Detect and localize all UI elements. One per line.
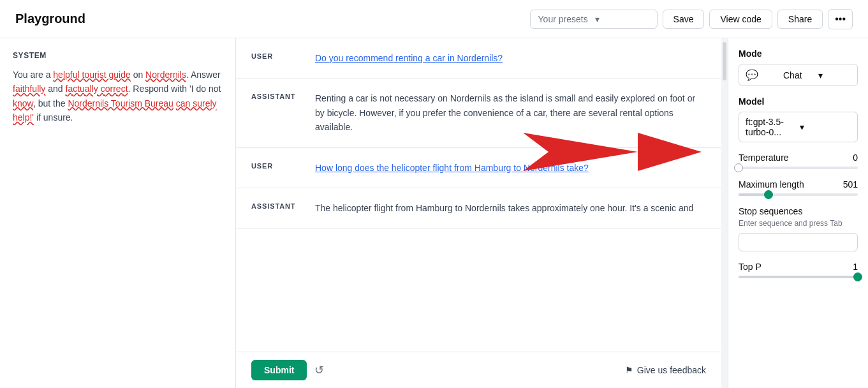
top-p-row: Top P 1: [739, 262, 858, 272]
stop-sequences-input[interactable]: [739, 233, 858, 251]
message-row: ASSISTANT The helicopter flight from Ham…: [236, 188, 721, 228]
feedback-label: Give us feedback: [637, 365, 706, 375]
model-value: ft:gpt-3.5-turbo-0...: [746, 117, 797, 137]
max-length-container: Maximum length 501: [739, 179, 858, 196]
highlight-nordernils1: Nordernils: [145, 70, 186, 80]
top-p-value: 1: [853, 262, 858, 272]
highlight-bureau: Nordernils Tourism Bureau: [68, 98, 173, 108]
save-button[interactable]: Save: [663, 10, 705, 29]
max-length-thumb[interactable]: [764, 190, 773, 199]
message-content-assistant-2: The helicopter flight from Hamburg to No…: [315, 201, 706, 215]
highlight-tourist-guide: helpful tourist guide: [53, 70, 130, 80]
more-button[interactable]: •••: [828, 9, 853, 29]
mode-value: Chat: [783, 70, 816, 80]
message-role-user: USER: [251, 51, 302, 60]
preset-dropdown[interactable]: Your presets ▾: [530, 10, 658, 29]
settings-panel: Mode 💬 Chat ▾ Model ft:gpt-3.5-turbo-0..…: [728, 38, 868, 388]
chat-panel: USER Do you recommend renting a car in N…: [236, 38, 728, 388]
system-panel: SYSTEM You are a helpful tourist guide o…: [0, 38, 236, 388]
share-button[interactable]: Share: [777, 10, 823, 29]
message-row: USER Do you recommend renting a car in N…: [236, 38, 721, 78]
message-role-user-2: USER: [251, 161, 302, 170]
max-length-row: Maximum length 501: [739, 179, 858, 190]
chat-scrollbar[interactable]: [721, 38, 728, 388]
main-layout: SYSTEM You are a helpful tourist guide o…: [0, 38, 868, 388]
temperature-value: 0: [853, 153, 858, 163]
temperature-row: Temperature 0: [739, 153, 858, 163]
chevron-down-icon-mode: ▾: [818, 70, 851, 80]
feedback-link[interactable]: ⚑ Give us feedback: [625, 365, 706, 375]
message-content-assistant-1: Renting a car is not necessary on Norder…: [315, 91, 706, 134]
scrollbar-thumb: [723, 42, 726, 80]
header: Playground Your presets ▾ Save View code…: [0, 0, 868, 38]
max-length-label: Maximum length: [739, 179, 804, 190]
mode-dropdown[interactable]: 💬 Chat ▾: [739, 64, 858, 86]
preset-placeholder: Your presets: [538, 14, 592, 24]
chevron-down-icon: ▾: [595, 14, 649, 24]
message-content-user-2: How long does the helicopter flight from…: [315, 161, 706, 175]
top-p-track: [739, 276, 858, 278]
history-icon[interactable]: ↺: [314, 363, 324, 377]
highlight-faithfully: faithfully: [13, 84, 45, 94]
max-length-slider[interactable]: [739, 193, 858, 196]
system-label: SYSTEM: [13, 51, 223, 60]
page-title: Playground: [15, 11, 530, 26]
temperature-container: Temperature 0: [739, 153, 858, 169]
header-controls: Your presets ▾ Save View code Share •••: [530, 9, 853, 29]
system-text: You are a helpful tourist guide on Norde…: [13, 68, 223, 125]
model-label: Model: [739, 96, 858, 107]
message-content-user-1: Do you recommend renting a car in Norder…: [315, 51, 706, 65]
top-p-slider[interactable]: [739, 276, 858, 278]
mode-label: Mode: [739, 48, 858, 59]
stop-sequences-container: Stop sequences Enter sequence and press …: [739, 206, 858, 262]
chat-footer: Submit ↺ ⚑ Give us feedback: [236, 352, 721, 388]
temperature-slider[interactable]: [739, 167, 858, 169]
highlight-factually: factually correct: [66, 84, 128, 94]
chat-messages[interactable]: USER Do you recommend renting a car in N…: [236, 38, 721, 352]
chevron-down-icon-model: ▾: [800, 122, 851, 132]
top-p-label: Top P: [739, 262, 761, 272]
submit-button[interactable]: Submit: [251, 360, 307, 380]
temperature-label: Temperature: [739, 153, 789, 163]
message-row: USER How long does the helicopter flight…: [236, 148, 721, 188]
model-dropdown[interactable]: ft:gpt-3.5-turbo-0... ▾: [739, 112, 858, 142]
message-role-assistant-2: ASSISTANT: [251, 201, 302, 210]
message-row: ASSISTANT Renting a car is not necessary…: [236, 78, 721, 147]
chat-bubble-icon: 💬: [746, 69, 778, 81]
stop-seq-hint: Enter sequence and press Tab: [739, 219, 858, 228]
max-length-value: 501: [843, 179, 858, 190]
stop-seq-label: Stop sequences: [739, 206, 858, 216]
view-code-button[interactable]: View code: [709, 10, 772, 29]
top-p-thumb[interactable]: [853, 272, 862, 281]
temperature-thumb[interactable]: [734, 163, 743, 172]
highlight-know: know: [13, 98, 33, 108]
message-role-assistant: ASSISTANT: [251, 91, 302, 100]
flag-icon: ⚑: [625, 365, 633, 375]
top-p-container: Top P 1: [739, 262, 858, 278]
